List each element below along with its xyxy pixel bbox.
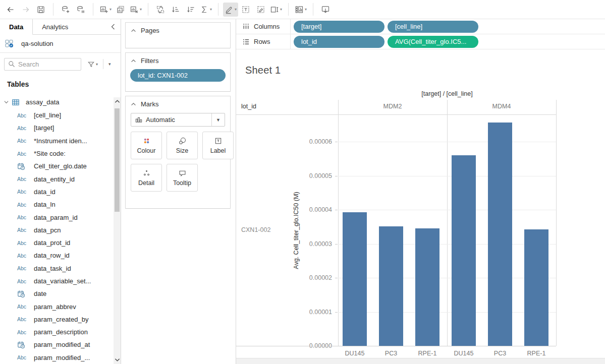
chevron-up-icon[interactable] — [131, 29, 136, 32]
new-data-source-button[interactable] — [58, 3, 73, 17]
bar-MDM4-PC3[interactable] — [488, 123, 512, 346]
field-item[interactable]: param_modified_at — [0, 338, 114, 351]
rows-pill[interactable]: lot_id — [294, 36, 384, 48]
presentation-mode-button[interactable] — [318, 3, 333, 17]
filter-pill[interactable]: lot_id: CXN1-002 — [130, 69, 226, 82]
redo-button[interactable] — [18, 3, 33, 17]
sheet-canvas: Sheet 1 [target] / [cell_line]lot_idMDM2… — [236, 49, 605, 364]
scrollbar-thumb[interactable] — [115, 108, 120, 212]
caret-down-icon: ▾ — [305, 7, 307, 12]
field-item[interactable]: Abcdata_param_id — [0, 211, 114, 223]
field-label: data_param_id — [34, 214, 78, 221]
datasource-name: qa-solution — [21, 40, 53, 47]
pages-card-title: Pages — [141, 27, 159, 34]
bar-MDM4-DU145[interactable] — [452, 155, 476, 346]
chevron-up-icon[interactable] — [131, 102, 136, 106]
scroll-down-icon[interactable] — [114, 356, 121, 364]
tooltip-button[interactable]: Tooltip — [167, 164, 198, 192]
columns-shelf: Columns [target][cell_line] — [236, 19, 605, 34]
search-input[interactable]: Search — [4, 58, 81, 71]
totals-button[interactable]: ▾ — [198, 3, 213, 17]
pane-border — [556, 100, 557, 346]
filters-card: Filters lot_id: CXN1-002 — [125, 52, 231, 92]
abc-string-icon: Abc — [17, 112, 29, 118]
field-item[interactable]: Abcdata_ln — [0, 198, 114, 211]
left-panel-scrollbar[interactable] — [114, 97, 121, 364]
field-item[interactable]: Abc*Instrument iden... — [0, 135, 114, 147]
chevron-down-icon[interactable] — [4, 100, 9, 104]
field-item[interactable]: Abc*Site code: — [0, 147, 114, 160]
size-button[interactable]: Size — [167, 132, 198, 159]
tab-analytics[interactable]: Analytics — [33, 19, 77, 34]
data-panel-tabs: DataAnalytics — [0, 19, 121, 35]
columns-pill[interactable]: [target] — [294, 21, 384, 33]
data-pane-options-button[interactable]: ▾ — [106, 62, 113, 67]
highlight-button[interactable]: ▾ — [223, 3, 238, 17]
rows-pill[interactable]: AVG(Cell_titer_glo.IC5... — [388, 36, 478, 48]
colour-button[interactable]: Colour — [131, 132, 162, 159]
mark-type-dropdown[interactable]: Automatic ▼ — [131, 113, 225, 127]
label-icon — [214, 137, 223, 145]
horizontal-scrollbar-track[interactable] — [236, 358, 605, 364]
fit-button[interactable]: ▾ — [268, 3, 284, 17]
field-item[interactable]: Abcdata_id — [0, 186, 114, 198]
new-worksheet-button[interactable]: ▾ — [98, 3, 113, 17]
field-item[interactable]: Abcparam_abbrev — [0, 300, 114, 313]
sort-descending-button[interactable] — [183, 3, 198, 17]
field-item[interactable]: date — [0, 287, 114, 300]
row-label: CXN1-002 — [241, 226, 270, 233]
caret-down-icon: ▾ — [140, 7, 142, 12]
field-item[interactable]: Abc[target] — [0, 122, 114, 134]
field-item[interactable]: Abcparam_modified_... — [0, 351, 114, 364]
rows-shelf-text: Rows — [254, 38, 270, 45]
bar-MDM2-PC3[interactable] — [379, 226, 403, 346]
bar-MDM2-DU145[interactable] — [343, 212, 367, 346]
clear-sheet-button[interactable]: ▾ — [128, 3, 143, 17]
field-item[interactable]: Abcdata_prot_id — [0, 236, 114, 249]
pause-auto-updates-button[interactable] — [73, 3, 88, 17]
field-item[interactable]: Abcdata_pcn — [0, 224, 114, 236]
save-button[interactable] — [33, 3, 48, 17]
pane-header: MDM2 — [383, 103, 402, 110]
bar-MDM2-RPE-1[interactable] — [415, 228, 439, 346]
field-item[interactable]: Abcdata_row_id — [0, 249, 114, 262]
field-item[interactable]: Abcdata_entity_id — [0, 172, 114, 185]
show-mark-labels-button[interactable] — [238, 3, 253, 17]
datetime-icon — [17, 341, 29, 349]
caret-down-icon: ▾ — [235, 7, 237, 12]
duplicate-button[interactable] — [113, 3, 128, 17]
undo-button[interactable] — [3, 3, 18, 17]
label-button[interactable]: Label — [202, 132, 234, 159]
field-item[interactable]: Abcparam_description — [0, 326, 114, 338]
field-item[interactable]: Abcparam_created_by — [0, 313, 114, 326]
abc-string-icon: Abc — [17, 304, 29, 310]
search-icon — [8, 60, 15, 68]
scroll-up-icon[interactable] — [114, 97, 121, 105]
show-hide-cards-button[interactable]: ▾ — [293, 3, 308, 17]
collapse-pane-icon[interactable] — [105, 19, 121, 34]
field-item[interactable]: Abc[cell_line] — [0, 109, 114, 122]
field-item[interactable]: Cell_titer_glo.date — [0, 160, 114, 172]
bar-MDM4-RPE-1[interactable] — [524, 229, 548, 346]
axis-tick — [335, 244, 338, 245]
datetime-icon — [17, 162, 29, 170]
datasource-row[interactable]: qa-solution — [0, 35, 121, 53]
caret-down-icon: ▼ — [211, 113, 225, 126]
columns-pill[interactable]: [cell_line] — [388, 21, 478, 33]
tab-data[interactable]: Data — [0, 19, 33, 35]
detail-button[interactable]: Detail — [131, 164, 162, 192]
abc-string-icon: Abc — [17, 189, 29, 195]
chevron-up-icon[interactable] — [131, 59, 136, 63]
field-item[interactable]: Abcdata_variable_set... — [0, 275, 114, 287]
field-item[interactable]: Abcdata_task_id — [0, 262, 114, 275]
abc-string-icon: Abc — [17, 125, 29, 131]
sort-ascending-button[interactable] — [168, 3, 183, 17]
columns-shelf-text: Columns — [254, 23, 280, 30]
gridline — [338, 244, 556, 245]
table-row-assay-data[interactable]: assay_data — [0, 95, 114, 109]
swap-rows-columns-button[interactable] — [153, 3, 168, 17]
field-label: data_id — [34, 188, 56, 196]
fix-axes-button[interactable] — [253, 3, 268, 17]
filter-fields-button[interactable]: ▾ — [85, 60, 100, 68]
abc-string-icon: Abc — [17, 354, 29, 360]
